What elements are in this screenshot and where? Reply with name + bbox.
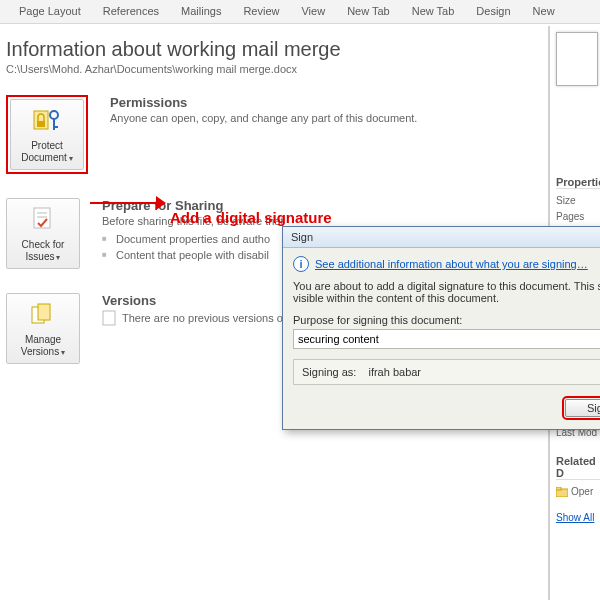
prop-size: Size xyxy=(556,193,600,209)
versions-icon xyxy=(9,298,77,332)
lock-key-icon xyxy=(13,104,81,138)
versions-text: There are no previous versions o xyxy=(122,312,283,324)
tab-new-2[interactable]: New Tab xyxy=(401,0,466,23)
chevron-down-icon: ▾ xyxy=(61,348,65,357)
protect-document-label: Protect Document▾ xyxy=(13,138,81,165)
tab-page-layout[interactable]: Page Layout xyxy=(8,0,92,23)
see-additional-info-link[interactable]: See additional information about what yo… xyxy=(315,258,588,270)
svg-rect-9 xyxy=(38,304,50,320)
document-icon xyxy=(102,310,116,326)
tab-references[interactable]: References xyxy=(92,0,170,23)
document-thumbnail xyxy=(556,32,598,86)
check-for-issues-button[interactable]: Check for Issues▾ xyxy=(6,198,80,269)
chevron-down-icon: ▾ xyxy=(56,253,60,262)
permissions-heading: Permissions xyxy=(110,95,600,110)
check-for-issues-label: Check for Issues▾ xyxy=(9,237,77,264)
tab-view[interactable]: View xyxy=(290,0,336,23)
annotation-arrow xyxy=(90,196,166,210)
prop-pages: Pages xyxy=(556,209,600,225)
sign-button[interactable]: Sign xyxy=(565,399,600,417)
folder-icon xyxy=(556,487,568,497)
dialog-title: Sign xyxy=(283,227,600,248)
svg-point-2 xyxy=(50,111,58,119)
open-file-location[interactable]: Oper xyxy=(556,484,600,500)
purpose-label: Purpose for signing this document: xyxy=(293,314,600,326)
permissions-section: Protect Document▾ Permissions Anyone can… xyxy=(6,95,600,174)
page-title: Information about working mail merge xyxy=(6,38,600,61)
ribbon-tabs: Page Layout References Mailings Review V… xyxy=(0,0,600,24)
manage-versions-button[interactable]: Manage Versions▾ xyxy=(6,293,80,364)
annotation-text: Add a digital signature xyxy=(170,209,332,226)
svg-rect-1 xyxy=(37,121,45,127)
svg-rect-10 xyxy=(103,311,115,325)
dialog-body-text: You are about to add a digital signature… xyxy=(293,280,600,304)
chevron-down-icon: ▾ xyxy=(69,154,73,163)
show-all-properties-link[interactable]: Show All xyxy=(556,510,600,526)
sign-dialog: Sign i See additional information about … xyxy=(282,226,600,430)
tab-review[interactable]: Review xyxy=(232,0,290,23)
related-docs-heading: Related D xyxy=(556,455,600,480)
tab-new-1[interactable]: New Tab xyxy=(336,0,401,23)
properties-heading: Propertie xyxy=(556,176,600,189)
protect-document-button[interactable]: Protect Document▾ xyxy=(10,99,84,170)
document-check-icon xyxy=(9,203,77,237)
info-icon: i xyxy=(293,256,309,272)
tab-mailings[interactable]: Mailings xyxy=(170,0,232,23)
purpose-input[interactable] xyxy=(293,329,600,349)
file-path: C:\Users\Mohd. Azhar\Documents\working m… xyxy=(6,63,600,75)
signing-as-label: Signing as: xyxy=(302,366,356,378)
manage-versions-label: Manage Versions▾ xyxy=(9,332,77,359)
signing-as-value: ifrah babar xyxy=(368,366,421,378)
tab-new-3[interactable]: New xyxy=(522,0,566,23)
svg-rect-12 xyxy=(556,487,561,490)
tab-design[interactable]: Design xyxy=(465,0,521,23)
svg-rect-4 xyxy=(53,126,58,128)
svg-rect-3 xyxy=(53,118,55,130)
highlight-protect-document: Protect Document▾ xyxy=(6,95,88,174)
permissions-text: Anyone can open, copy, and change any pa… xyxy=(110,112,600,124)
